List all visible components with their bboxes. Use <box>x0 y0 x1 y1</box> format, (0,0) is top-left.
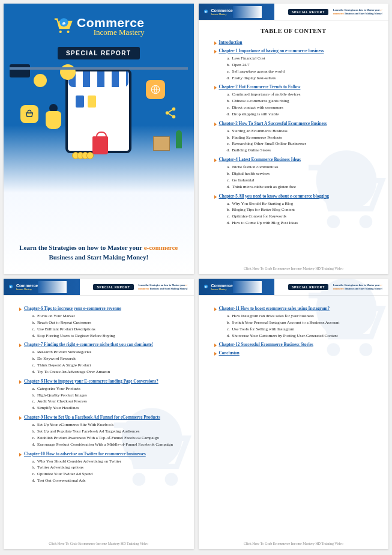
chapter-subitem: Establish Product Awareness With a Top-o… <box>36 435 178 441</box>
chapter-subitem: Open 24/7 <box>231 62 373 68</box>
header-logo: e CommerceIncome Mastery <box>7 284 38 291</box>
chapter-subitem: How Instagram can drive sales for your b… <box>231 313 373 320</box>
chapter-subitem: Less Financial Cost <box>231 55 373 62</box>
svg-point-1 <box>67 31 69 33</box>
chapter-subitem: High-Quality Product Images <box>36 392 178 399</box>
awning-icon <box>68 71 128 87</box>
chapter-subitem: Think Beyond A Single Product <box>36 362 178 369</box>
svg-point-0 <box>59 31 62 33</box>
chapter-link[interactable]: Chapter-2 Hot Ecommerce Trends to Follow <box>214 85 373 89</box>
chapter-subitem: How to Come Up with Blog Post Ideas <box>231 220 373 226</box>
header-brand: Commerce <box>211 8 233 13</box>
footer-link[interactable]: Click Here To Grab Ecommerce Income Mast… <box>4 542 194 545</box>
gear-icon <box>34 74 47 87</box>
chapter-subitem: Encourage Product Consideration With a M… <box>36 441 178 448</box>
chapter-subitems: Why You Should Be Starting a BlogBloging… <box>231 201 373 226</box>
header-badge: SPECIAL REPORT <box>288 284 328 290</box>
chapter-subitem: Try To Create An Advantage Over Amazon <box>36 369 178 375</box>
location-pin-icon <box>60 64 76 80</box>
cart-icon: e <box>53 16 73 37</box>
footer-link[interactable]: Click Here To Grab Ecommerce Income Mast… <box>199 267 389 270</box>
toc-page-2: e CommerceIncome Mastery SPECIAL REPORT … <box>4 279 194 549</box>
share-icon <box>164 106 177 120</box>
cover-tagline: Learn the Strategies on how to Master yo… <box>10 243 188 262</box>
header-brand: Commerce <box>211 284 233 288</box>
chapter-subitem: Think micro-niche such as gluten free <box>231 184 373 190</box>
chapter-subitem: Set Up and Populate Your Facebook Ad Tar… <box>36 428 178 435</box>
page-header: e CommerceIncome Mastery SPECIAL REPORT … <box>199 279 389 296</box>
chapter-subitem: Finding Ecommerce Products <box>231 135 373 141</box>
toc-page-1: e CommerceIncome Mastery SPECIAL REPORT … <box>199 4 389 274</box>
chapter-subitem: Focus on Your Market <box>36 313 178 320</box>
chapter-link[interactable]: Chapter-1 Importance of having an e-comm… <box>214 49 373 53</box>
chapter-subitems: Focus on Your MarketReach Out to Repeat … <box>36 313 178 339</box>
header-badge: SPECIAL REPORT <box>288 9 328 15</box>
tagline-highlight: e-commerce <box>144 244 178 251</box>
footer-link[interactable]: Click Here To Grab Ecommerce Income Mast… <box>199 542 389 545</box>
chapter-subitem: Niche fashion communities <box>231 164 373 171</box>
header-badge: SPECIAL REPORT <box>93 284 133 290</box>
chapter-link[interactable]: Chapter-9 How to Set Up a Facebook Ad Fu… <box>19 415 178 420</box>
plant-icon <box>176 130 182 148</box>
chapter-link[interactable]: Conclusion <box>214 351 373 356</box>
header-sub: Income Mastery <box>16 288 38 291</box>
special-report-badge: SPECIAL REPORT <box>58 47 140 59</box>
page-header: e CommerceIncome Mastery SPECIAL REPORT … <box>199 4 389 20</box>
shirt-icon <box>88 96 96 108</box>
chapter-link[interactable]: Chapter-12 Successful Ecommerce Business… <box>214 342 373 347</box>
chapter-link[interactable]: Introduction <box>214 40 373 45</box>
chapter-link[interactable]: Chapter-7 Finding the right e-commerce n… <box>19 342 178 347</box>
chapter-link[interactable]: Chapter-4 Latest Ecommerce Business Idea… <box>214 157 373 162</box>
chapter-subitems: Research Product SubcategoriesDo Keyword… <box>36 349 178 375</box>
chapter-subitem: Switch Your Personal Instagram Account t… <box>231 320 373 326</box>
chapter-subitem: Reach Out to Repeat Customers <box>36 320 178 326</box>
chapter-subitems: Why You Should Consider Advertising on T… <box>36 458 178 484</box>
header-illustration <box>38 281 67 293</box>
chapter-subitem: Drop shipping is still viable <box>231 111 373 118</box>
person-icon <box>49 104 61 129</box>
chapter-subitem: Use Tools for Selling with Instagram <box>231 326 373 333</box>
chapter-subitem: Showcase Your Customers by Posting User-… <box>231 333 373 339</box>
chapter-subitem: Easily display best-sellers <box>231 75 373 82</box>
chapter-subitem: Researching Other Small Online Businesse… <box>231 141 373 147</box>
chapter-link[interactable]: Chapter-5 All you need to know about e-c… <box>214 194 373 199</box>
chapter-subitems: How Instagram can drive sales for your b… <box>231 313 373 339</box>
toc-list: Chapter-11 How to boost ecommerce sales … <box>214 306 373 356</box>
chapter-subitems: Less Financial CostOpen 24/7Sell anywher… <box>231 55 373 81</box>
globe-icon <box>146 80 165 99</box>
tagline-text: Business and Start Making Money! <box>49 253 148 261</box>
header-brand: Commerce <box>16 284 38 288</box>
chapter-subitem: Why You Should Consider Advertising on T… <box>36 458 178 465</box>
chapter-subitem: Twitter Advertising options <box>36 464 178 471</box>
chapter-subitem: Simplify Your Headlines <box>36 405 178 411</box>
shirt-icon <box>76 96 84 108</box>
chapter-link[interactable]: Chapter-8 How to improve your E-commerce… <box>19 379 178 384</box>
toc-list: IntroductionChapter-1 Importance of havi… <box>214 40 373 226</box>
chapter-link[interactable]: Chapter-6 Tips to increase your e-commer… <box>19 306 178 311</box>
coins-icon <box>74 152 94 159</box>
chapter-link[interactable]: Chapter-10 How to advertise on Twitter f… <box>19 452 178 456</box>
header-sub: Income Mastery <box>211 288 233 291</box>
chapter-subitems: Starting an Ecommerce BusinessFinding Ec… <box>231 128 373 154</box>
header-sub: Income Mastery <box>211 13 233 16</box>
header-tagline: Learn the Strategies on how to Master yo… <box>331 8 385 14</box>
chapter-subitem: Continued importance of mobile devices <box>231 91 373 98</box>
header-illustration <box>233 281 262 293</box>
chapter-subitem: Stop Forcing Users to Register Before Bu… <box>36 333 178 339</box>
toc-list: Chapter-6 Tips to increase your e-commer… <box>19 306 178 484</box>
chapter-subitems: Set Up Your eCommerce Site With Facebook… <box>36 422 178 447</box>
brand-title: Commerce <box>77 16 145 29</box>
chapter-subitem: Chinese e-commerce giants rising <box>231 98 373 105</box>
header-tagline: Learn the Strategies on how to Master yo… <box>136 284 190 290</box>
chapter-subitems: Niche fashion communitiesDigital health … <box>231 164 373 190</box>
chapter-subitem: Research Product Subcategories <box>36 349 178 356</box>
chapter-subitem: Sell anywhere across the world <box>231 68 373 75</box>
header-tagline: Learn the Strategies on how to Master yo… <box>331 284 385 290</box>
basket-icon <box>20 105 38 123</box>
chapter-subitem: Set Up Your eCommerce Site With Facebook <box>36 422 178 428</box>
toc-page-3: e CommerceIncome Mastery SPECIAL REPORT … <box>199 279 389 549</box>
shopping-bag-icon <box>92 136 108 154</box>
chapter-subitem: Building Online Stores <box>231 147 373 154</box>
chapter-link[interactable]: Chapter-11 How to boost ecommerce sales … <box>214 306 373 311</box>
chapter-link[interactable]: Chapter-3 How To Start A Successful Ecom… <box>214 121 373 126</box>
